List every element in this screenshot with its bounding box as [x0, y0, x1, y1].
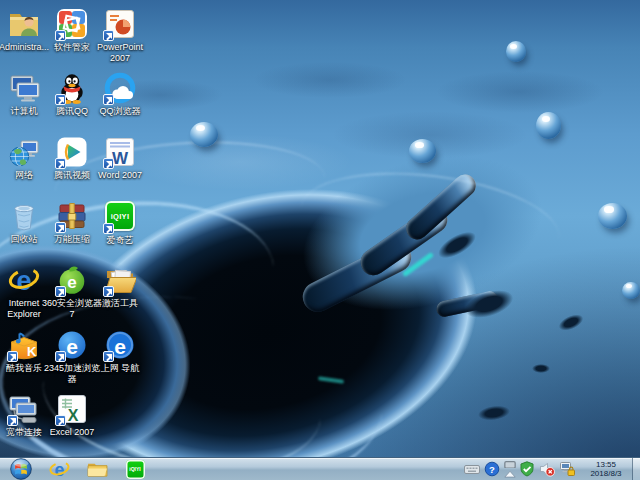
water-droplet [190, 122, 218, 147]
shortcut-arrow-icon [55, 415, 66, 426]
svg-text:e: e [67, 273, 76, 292]
shortcut-arrow-icon [55, 158, 66, 169]
desktop-icon-powerpoint-2007[interactable]: PowerPoint 2007 [88, 8, 152, 64]
folder-icon [87, 461, 108, 478]
shortcut-arrow-icon [7, 351, 18, 362]
security-check-icon[interactable] [519, 461, 536, 478]
taskbar: e iQIYI ? [0, 457, 640, 480]
start-button[interactable] [10, 458, 32, 480]
shortcut-arrow-icon [103, 223, 114, 234]
desktop-icon-word-2007[interactable]: W Word 2007 [88, 136, 152, 181]
user-folder-icon [8, 8, 40, 40]
volume-muted-icon[interactable] [539, 461, 556, 478]
iqiyi-logo-text: iQIYI [111, 212, 130, 221]
water-droplet [506, 41, 526, 62]
water-droplet [536, 112, 561, 139]
show-hidden-icons-button[interactable] [504, 461, 516, 478]
shortcut-arrow-icon [55, 222, 66, 233]
clock-date: 2018/8/3 [582, 469, 630, 479]
computer-icon [8, 72, 40, 104]
desktop-icon-iqiyi[interactable]: iQIYI 爱奇艺 [88, 200, 152, 246]
iqiyi-icon: iQIYI [126, 460, 145, 479]
desktop-icon-web-navigation[interactable]: e 上网 导航 [88, 329, 152, 374]
svg-text:W: W [112, 149, 129, 168]
internet-explorer-icon: e [8, 264, 40, 296]
icon-label: QQ浏览器 [89, 106, 151, 117]
icon-label: PowerPoint 2007 [89, 42, 151, 64]
icon-label: 激活工具 [89, 298, 151, 309]
windows-logo-icon [10, 458, 32, 480]
system-tray: ? 13:55 2018/8/ [462, 458, 640, 480]
network-limited-lock-icon[interactable] [559, 461, 576, 478]
recycle-bin-icon [8, 200, 40, 232]
input-keyboard-icon[interactable] [464, 461, 481, 478]
svg-text:e: e [114, 335, 126, 358]
iqiyi-logo-text: iQIYI [129, 466, 140, 472]
water-droplet [598, 203, 627, 229]
shortcut-arrow-icon [55, 351, 66, 362]
taskbar-iqiyi-button[interactable]: iQIYI [116, 458, 154, 480]
show-desktop-button[interactable] [632, 458, 640, 480]
desktop-icon-qq-browser[interactable]: QQ浏览器 [88, 72, 152, 117]
tray-window-glyph [502, 461, 518, 469]
svg-text:e: e [54, 459, 64, 479]
taskbar-windows-explorer-button[interactable] [78, 458, 116, 480]
help-question-icon[interactable]: ? [484, 461, 501, 478]
shortcut-arrow-icon [103, 158, 114, 169]
clock-time: 13:55 [582, 460, 630, 470]
taskbar-internet-explorer-button[interactable]: e [40, 458, 78, 480]
shortcut-arrow-icon [7, 415, 18, 426]
water-droplet [409, 139, 436, 163]
dark-blob [532, 364, 550, 373]
svg-text:e: e [16, 266, 31, 296]
shortcut-arrow-icon [55, 286, 66, 297]
water-droplet [622, 282, 640, 299]
shortcut-arrow-icon [55, 94, 66, 105]
shortcut-arrow-icon [103, 286, 114, 297]
windows-desktop: Administra... 软件管家 PowerPoint 2007 计算机 [0, 0, 640, 480]
icon-label: Word 2007 [89, 170, 151, 181]
taskbar-clock[interactable]: 13:55 2018/8/3 [582, 460, 630, 479]
network-globe-icon [8, 136, 40, 168]
svg-text:K: K [27, 344, 37, 359]
shortcut-arrow-icon [103, 30, 114, 41]
svg-text:e: e [66, 335, 78, 358]
desktop-icon-activation-tool[interactable]: 激活工具 [88, 264, 152, 309]
svg-text:X: X [68, 407, 79, 424]
icon-label: 上网 导航 [89, 363, 151, 374]
hidden-icons-up-arrow [502, 470, 518, 478]
desktop-icon-excel-2007[interactable]: X Excel 2007 [40, 393, 104, 438]
internet-explorer-icon: e [49, 459, 70, 480]
shortcut-arrow-icon [103, 94, 114, 105]
icon-label: Excel 2007 [41, 427, 103, 438]
svg-text:?: ? [489, 464, 495, 475]
shortcut-arrow-icon [103, 351, 114, 362]
shortcut-arrow-icon [55, 30, 66, 41]
icon-label: 爱奇艺 [89, 235, 151, 246]
